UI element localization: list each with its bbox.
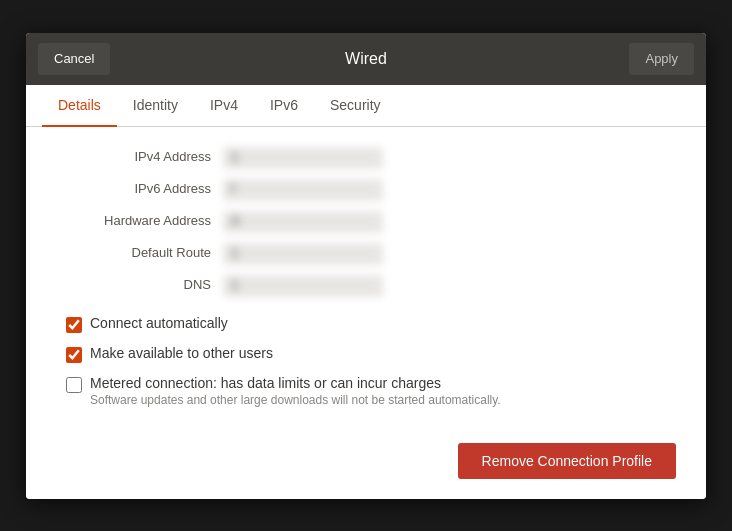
checkbox-users-label: Make available to other users xyxy=(90,345,273,361)
tab-ipv6[interactable]: IPv6 xyxy=(254,85,314,127)
checkbox-auto-label: Connect automatically xyxy=(90,315,228,331)
dialog-title: Wired xyxy=(345,50,387,68)
field-label-route: Default Route xyxy=(56,245,211,260)
checkbox-metered[interactable] xyxy=(66,377,82,393)
field-row-ipv4: IPv4 Address 1 xyxy=(56,147,676,169)
footer: Remove Connection Profile xyxy=(26,443,706,499)
checkbox-metered-label: Metered connection: has data limits or c… xyxy=(90,375,501,391)
field-row-ipv6: IPv6 Address f xyxy=(56,179,676,201)
checkbox-metered-label-wrapper: Metered connection: has data limits or c… xyxy=(90,375,501,407)
field-value-dns: 1 xyxy=(223,275,383,297)
field-value-hardware: A xyxy=(223,211,383,233)
tab-security[interactable]: Security xyxy=(314,85,397,127)
checkboxes-section: Connect automatically Make available to … xyxy=(56,315,676,407)
checkbox-other-users[interactable] xyxy=(66,347,82,363)
field-label-hardware: Hardware Address xyxy=(56,213,211,228)
field-label-ipv4: IPv4 Address xyxy=(56,149,211,164)
field-row-hardware: Hardware Address A xyxy=(56,211,676,233)
field-label-dns: DNS xyxy=(56,277,211,292)
remove-connection-button[interactable]: Remove Connection Profile xyxy=(458,443,676,479)
field-value-ipv6: f xyxy=(223,179,383,201)
checkbox-row-users: Make available to other users xyxy=(66,345,676,363)
checkbox-metered-sublabel: Software updates and other large downloa… xyxy=(90,393,501,407)
wired-dialog: Cancel Wired Apply Details Identity IPv4… xyxy=(26,33,706,499)
checkbox-row-metered: Metered connection: has data limits or c… xyxy=(66,375,676,407)
titlebar: Cancel Wired Apply xyxy=(26,33,706,85)
tab-ipv4[interactable]: IPv4 xyxy=(194,85,254,127)
content-area: IPv4 Address 1 IPv6 Address f Hardware A… xyxy=(26,127,706,443)
field-row-route: Default Route 1 xyxy=(56,243,676,265)
checkbox-row-auto: Connect automatically xyxy=(66,315,676,333)
tab-details[interactable]: Details xyxy=(42,85,117,127)
field-label-ipv6: IPv6 Address xyxy=(56,181,211,196)
field-value-route: 1 xyxy=(223,243,383,265)
tab-bar: Details Identity IPv4 IPv6 Security xyxy=(26,85,706,127)
tab-identity[interactable]: Identity xyxy=(117,85,194,127)
checkbox-auto-label-wrapper: Connect automatically xyxy=(90,315,228,331)
cancel-button[interactable]: Cancel xyxy=(38,43,110,75)
checkbox-auto-connect[interactable] xyxy=(66,317,82,333)
field-row-dns: DNS 1 xyxy=(56,275,676,297)
apply-button[interactable]: Apply xyxy=(629,43,694,75)
titlebar-wrapper: Cancel Wired Apply xyxy=(38,43,694,75)
field-value-ipv4: 1 xyxy=(223,147,383,169)
checkbox-users-label-wrapper: Make available to other users xyxy=(90,345,273,361)
